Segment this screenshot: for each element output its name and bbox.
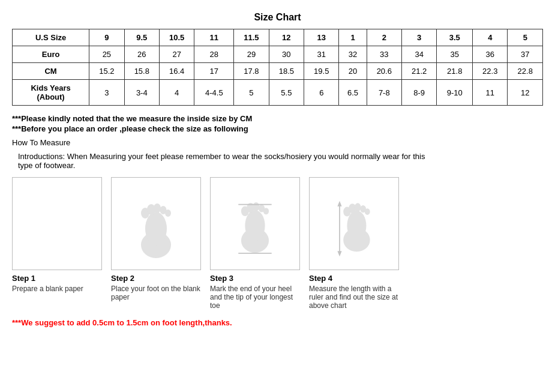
col-header-value: 2 [367, 29, 401, 46]
cell-value: 4-4.5 [194, 80, 234, 106]
cell-value: 22.3 [473, 63, 508, 80]
table-header-row: U.S Size99.510.51111.512131233.545 [13, 29, 543, 46]
col-header-value: 11.5 [234, 29, 269, 46]
cell-value: 26 [124, 46, 159, 63]
col-header-value: 9 [89, 29, 124, 46]
step-2-desc: Place your foot on the blank paper [111, 285, 201, 301]
col-header-value: 1 [339, 29, 367, 46]
cell-value: 7-8 [367, 80, 401, 106]
svg-point-8 [245, 210, 265, 241]
cell-value: 35 [437, 46, 473, 63]
cell-value: 5.5 [269, 80, 304, 106]
svg-point-6 [165, 210, 171, 217]
col-header-label: U.S Size [13, 29, 89, 46]
col-header-value: 13 [304, 29, 339, 46]
step-2-image [111, 177, 201, 270]
footer-note: ***We suggest to add 0.5cm to 1.5cm on f… [12, 318, 543, 327]
step-1-label: Step 1 [12, 274, 35, 283]
step-1-desc: Prepare a blank paper [12, 285, 83, 293]
cell-value: 36 [473, 46, 508, 63]
size-chart-table: U.S Size99.510.51111.512131233.545 Euro2… [12, 29, 543, 106]
cell-value: 6.5 [339, 80, 367, 106]
col-header-value: 5 [508, 29, 543, 46]
svg-point-20 [355, 203, 361, 211]
row-label: Euro [13, 46, 89, 63]
step-4-image [309, 177, 399, 270]
col-header-value: 4 [473, 29, 508, 46]
foot-icon-4 [330, 188, 378, 260]
cell-value: 15.2 [89, 63, 124, 80]
cell-value: 16.4 [160, 63, 194, 80]
row-label: CM [13, 63, 89, 80]
col-header-value: 11 [194, 29, 234, 46]
svg-point-1 [145, 212, 167, 246]
table-row: CM15.215.816.41717.818.519.52020.621.221… [13, 63, 543, 80]
cell-value: 37 [508, 46, 543, 63]
foot-icon-3 [231, 188, 279, 260]
cell-value: 3-4 [124, 80, 159, 106]
step-1-item: Step 1 Prepare a blank paper [12, 177, 105, 310]
cell-value: 28 [194, 46, 234, 63]
cell-value: 22.8 [508, 63, 543, 80]
col-header-value: 9.5 [124, 29, 159, 46]
cell-value: 30 [269, 46, 304, 63]
page-title: Size Chart [12, 12, 543, 23]
cell-value: 20.6 [367, 63, 401, 80]
step-4-desc: Measure the length with a ruler and find… [309, 285, 399, 310]
svg-point-11 [253, 202, 259, 211]
cell-value: 17.8 [234, 63, 269, 80]
cell-value: 20 [339, 63, 367, 80]
steps-container: Step 1 Prepare a blank paper Step 2 Plac… [12, 177, 543, 310]
step-4-item: Step 4 Measure the length with a ruler a… [309, 177, 402, 310]
svg-point-22 [365, 208, 370, 215]
table-row: Euro25262728293031323334353637 [13, 46, 543, 63]
col-header-value: 12 [269, 29, 304, 46]
cell-value: 31 [304, 46, 339, 63]
row-label: Kids Years (About) [13, 80, 89, 106]
cell-value: 33 [367, 46, 401, 63]
cell-value: 5 [234, 80, 269, 106]
cell-value: 34 [402, 46, 437, 63]
cell-value: 18.5 [269, 63, 304, 80]
svg-marker-24 [337, 201, 341, 206]
cell-value: 19.5 [304, 63, 339, 80]
step-3-label: Step 3 [210, 274, 233, 283]
notes-section: ***Please kindly noted that the we measu… [12, 114, 543, 133]
cell-value: 29 [234, 46, 269, 63]
foot-icon-2 [132, 188, 180, 260]
step-2-item: Step 2 Place your foot on the blank pape… [111, 177, 204, 310]
cell-value: 21.8 [437, 63, 473, 80]
svg-point-13 [263, 208, 269, 214]
step-4-label: Step 4 [309, 274, 332, 283]
cell-value: 25 [89, 46, 124, 63]
note-line-1: ***Please kindly noted that the we measu… [12, 114, 543, 123]
step-1-image [12, 177, 102, 270]
cell-value: 12 [508, 80, 543, 106]
cell-value: 15.8 [124, 63, 159, 80]
step-3-item: Step 3 Mark the end of your heel and the… [210, 177, 303, 310]
step-3-image [210, 177, 300, 270]
table-row: Kids Years (About)33-444-4.555.566.57-88… [13, 80, 543, 106]
col-header-value: 10.5 [160, 29, 194, 46]
cell-value: 27 [160, 46, 194, 63]
intro-text: Introductions: When Measuring your feet … [18, 152, 426, 170]
col-header-value: 3.5 [437, 29, 473, 46]
cell-value: 17 [194, 63, 234, 80]
cell-value: 6 [304, 80, 339, 106]
cell-value: 11 [473, 80, 508, 106]
cell-value: 8-9 [402, 80, 437, 106]
cell-value: 3 [89, 80, 124, 106]
svg-marker-25 [337, 251, 341, 256]
note-line-2: ***Before you place an order ,please che… [12, 124, 543, 133]
step-3-desc: Mark the end of your heel and the tip of… [210, 285, 300, 310]
cell-value: 4 [160, 80, 194, 106]
table-body: Euro25262728293031323334353637CM15.215.8… [13, 46, 543, 106]
col-header-value: 3 [402, 29, 437, 46]
cell-value: 32 [339, 46, 367, 63]
svg-point-4 [154, 204, 161, 213]
how-to-title: How To Measure [12, 138, 543, 147]
cell-value: 21.2 [402, 63, 437, 80]
cell-value: 9-10 [437, 80, 473, 106]
svg-point-17 [347, 210, 366, 240]
step-2-label: Step 2 [111, 274, 134, 283]
